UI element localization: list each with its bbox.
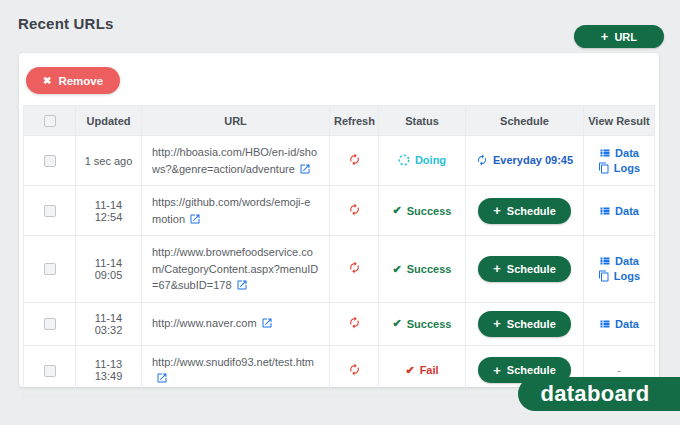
column-header-url: URL: [142, 106, 330, 136]
refresh-icon[interactable]: [348, 261, 361, 274]
remove-button-label: Remove: [58, 75, 103, 87]
schedule-button-label: Schedule: [507, 318, 556, 330]
column-header-status: Status: [379, 106, 466, 136]
sync-icon: [476, 154, 488, 166]
url-link[interactable]: https://github.com/words/emoji-emotion: [152, 196, 310, 225]
updated-cell: 11-14 12:54: [76, 186, 142, 236]
view-result-cell: Data: [584, 302, 655, 345]
column-header-view-result: View Result: [584, 106, 655, 136]
spinner-icon: [398, 154, 410, 166]
refresh-cell: [330, 345, 379, 395]
table-row: 11-14 09:05 http://www.brownefoodservice…: [24, 236, 655, 303]
status-label: Success: [407, 263, 452, 275]
url-link[interactable]: http://www.naver.com: [152, 317, 257, 329]
table-list-icon: [599, 147, 611, 159]
view-result-empty: -: [617, 364, 621, 376]
view-result-cell: DataLogs: [584, 136, 655, 186]
url-cell: http://www.snudifo93.net/test.htm: [142, 345, 330, 395]
url-link[interactable]: http://www.snudifo93.net/test.htm: [152, 356, 314, 368]
row-checkbox[interactable]: [44, 205, 56, 217]
schedule-cell: Everyday 09:45: [466, 136, 584, 186]
row-checkbox[interactable]: [44, 365, 56, 377]
refresh-icon[interactable]: [348, 363, 361, 376]
view-link-label: Data: [615, 147, 639, 159]
row-checkbox-cell: [24, 345, 76, 395]
schedule-button[interactable]: +Schedule: [478, 256, 571, 282]
view-link-label: Data: [615, 255, 639, 267]
refresh-icon[interactable]: [348, 203, 361, 216]
schedule-cell: +Schedule: [466, 186, 584, 236]
row-checkbox-cell: [24, 136, 76, 186]
row-checkbox-cell: [24, 186, 76, 236]
recent-urls-card: ✖ Remove Updated URL Refresh Status Sche…: [19, 53, 659, 387]
external-link-icon[interactable]: [299, 163, 311, 175]
updated-cell: 11-14 03:32: [76, 302, 142, 345]
external-link-icon[interactable]: [261, 317, 273, 329]
row-checkbox[interactable]: [44, 318, 56, 330]
plus-icon: +: [493, 262, 501, 275]
add-url-button-label: URL: [614, 31, 637, 43]
schedule-button[interactable]: +Schedule: [478, 311, 571, 337]
table-list-icon: [599, 255, 611, 267]
row-checkbox[interactable]: [44, 263, 56, 275]
updated-cell: 11-14 09:05: [76, 236, 142, 303]
table-list-icon: [599, 205, 611, 217]
schedule-button[interactable]: +Schedule: [478, 198, 571, 224]
view-logs-link[interactable]: Logs: [588, 270, 650, 282]
brand-badge: databoard: [518, 377, 680, 411]
view-logs-link[interactable]: Logs: [588, 162, 650, 174]
url-cell: http://hboasia.com/HBO/en-id/shows?&genr…: [142, 136, 330, 186]
status-cell: ✔ Success: [379, 186, 466, 236]
view-result-cell: DataLogs: [584, 236, 655, 303]
add-url-button[interactable]: + URL: [574, 25, 664, 48]
table-header-row: Updated URL Refresh Status Schedule View…: [24, 106, 655, 136]
url-cell: https://github.com/words/emoji-emotion: [142, 186, 330, 236]
view-link-label: Data: [615, 318, 639, 330]
refresh-icon[interactable]: [348, 316, 361, 329]
view-data-link[interactable]: Data: [588, 255, 650, 267]
table-row: 11-14 12:54 https://github.com/words/emo…: [24, 186, 655, 236]
view-link-label: Data: [615, 205, 639, 217]
status-label: Doing: [415, 154, 446, 166]
select-all-checkbox[interactable]: [44, 115, 56, 127]
external-link-icon[interactable]: [189, 213, 201, 225]
check-icon: ✔: [393, 318, 402, 329]
check-icon: ✔: [393, 205, 402, 216]
plus-icon: +: [493, 204, 501, 217]
plus-icon: +: [493, 317, 501, 330]
url-cell: http://www.naver.com: [142, 302, 330, 345]
table-body: 1 sec ago http://hboasia.com/HBO/en-id/s…: [24, 136, 655, 396]
remove-button[interactable]: ✖ Remove: [26, 67, 120, 94]
header-checkbox-cell: [24, 106, 76, 136]
view-data-link[interactable]: Data: [588, 318, 650, 330]
updated-cell: 11-13 13:49: [76, 345, 142, 395]
url-link[interactable]: http://hboasia.com/HBO/en-id/shows?&genr…: [152, 146, 317, 175]
external-link-icon[interactable]: [156, 372, 168, 384]
schedule-info: Everyday 09:45: [476, 154, 573, 166]
table-row: 1 sec ago http://hboasia.com/HBO/en-id/s…: [24, 136, 655, 186]
status-cell: ✔ Fail: [379, 345, 466, 395]
refresh-cell: [330, 136, 379, 186]
column-header-updated: Updated: [76, 106, 142, 136]
status-cell: ✔ Doing: [379, 136, 466, 186]
refresh-icon[interactable]: [348, 153, 361, 166]
table-row: 11-14 03:32 http://www.naver.com ✔ Succe…: [24, 302, 655, 345]
external-link-icon[interactable]: [236, 279, 248, 291]
recent-urls-table: Updated URL Refresh Status Schedule View…: [23, 105, 655, 396]
row-checkbox[interactable]: [44, 155, 56, 167]
status-cell: ✔ Success: [379, 302, 466, 345]
view-data-link[interactable]: Data: [588, 205, 650, 217]
schedule-cell: +Schedule: [466, 236, 584, 303]
status-label: Success: [407, 318, 452, 330]
status-cell: ✔ Success: [379, 236, 466, 303]
view-link-label: Logs: [614, 162, 640, 174]
schedule-button-label: Schedule: [507, 205, 556, 217]
refresh-cell: [330, 236, 379, 303]
copy-icon: [598, 162, 610, 174]
row-checkbox-cell: [24, 236, 76, 303]
view-data-link[interactable]: Data: [588, 147, 650, 159]
close-icon: ✖: [43, 76, 51, 86]
view-result-cell: Data: [584, 186, 655, 236]
refresh-cell: [330, 186, 379, 236]
copy-icon: [598, 270, 610, 282]
